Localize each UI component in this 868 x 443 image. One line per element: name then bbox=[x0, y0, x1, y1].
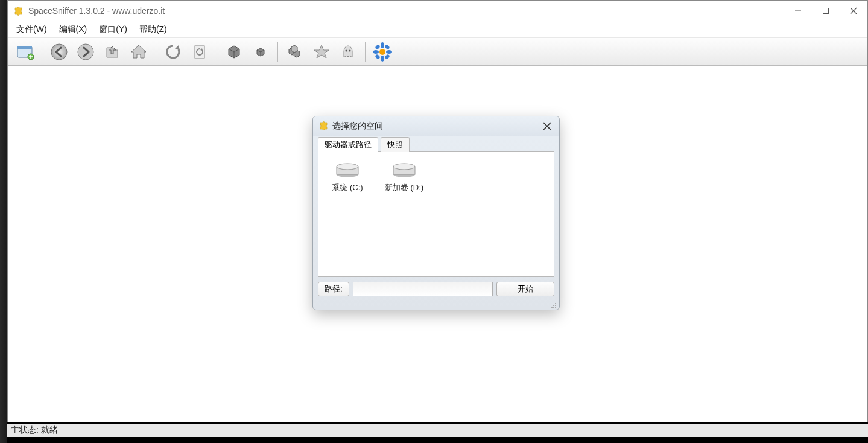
menu-window[interactable]: 窗口(Y) bbox=[93, 22, 133, 37]
svg-point-32 bbox=[553, 305, 554, 306]
favorites-button[interactable] bbox=[309, 40, 334, 64]
svg-point-14 bbox=[379, 49, 385, 55]
svg-point-31 bbox=[555, 303, 556, 304]
window-controls bbox=[784, 1, 867, 21]
status-bar: 主状态: 就绪 bbox=[7, 424, 868, 437]
svg-rect-1 bbox=[823, 8, 829, 13]
drive-icon bbox=[391, 161, 417, 179]
tab-drives[interactable]: 驱动器或路径 bbox=[318, 137, 378, 152]
tab-snapshot[interactable]: 快照 bbox=[381, 137, 410, 152]
dialog-puzzle-icon bbox=[319, 121, 329, 132]
go-up-button[interactable] bbox=[100, 40, 124, 64]
dialog-tabs: 驱动器或路径 快照 bbox=[313, 136, 559, 151]
svg-point-35 bbox=[553, 307, 554, 308]
svg-point-33 bbox=[555, 305, 556, 306]
select-space-dialog: 选择您的空间 驱动器或路径 快照 系统 (C:) 新加卷 (D:) 路径: 开始 bbox=[312, 116, 560, 310]
drive-label: 新加卷 (D:) bbox=[381, 182, 427, 193]
status-value: 就绪 bbox=[41, 425, 58, 436]
svg-point-12 bbox=[346, 49, 347, 51]
svg-point-36 bbox=[555, 307, 556, 308]
svg-point-27 bbox=[337, 164, 358, 170]
resize-grip[interactable] bbox=[313, 302, 559, 310]
dialog-titlebar[interactable]: 选择您的空间 bbox=[313, 116, 559, 136]
minimize-button[interactable] bbox=[784, 1, 812, 21]
toolbar-separator bbox=[277, 42, 278, 62]
close-button[interactable] bbox=[840, 1, 867, 21]
maximize-button[interactable] bbox=[812, 1, 840, 21]
dialog-footer: 路径: 开始 bbox=[313, 282, 559, 302]
drive-item-d[interactable]: 新加卷 (D:) bbox=[381, 158, 427, 196]
toolbar-separator bbox=[42, 42, 42, 62]
back-button[interactable] bbox=[47, 40, 71, 64]
svg-point-34 bbox=[551, 307, 553, 308]
svg-rect-5 bbox=[17, 46, 32, 49]
path-label-button[interactable]: 路径: bbox=[318, 282, 349, 296]
large-blocks-button[interactable] bbox=[222, 40, 246, 64]
drive-icon bbox=[334, 161, 361, 179]
new-view-button[interactable] bbox=[13, 40, 37, 64]
svg-point-13 bbox=[349, 49, 351, 51]
path-input[interactable] bbox=[353, 282, 493, 296]
drive-item-c[interactable]: 系统 (C:) bbox=[325, 158, 370, 196]
svg-point-10 bbox=[78, 44, 93, 60]
refresh-button[interactable] bbox=[161, 40, 185, 64]
drive-label: 系统 (C:) bbox=[325, 182, 370, 193]
toolbar-separator bbox=[365, 42, 366, 62]
svg-point-16 bbox=[381, 56, 384, 62]
menu-edit[interactable]: 编辑(X) bbox=[53, 22, 93, 37]
tag-filter-button[interactable] bbox=[283, 40, 307, 64]
toolbar bbox=[8, 38, 867, 66]
toolbar-separator bbox=[156, 42, 156, 62]
desktop-edge bbox=[0, 0, 7, 443]
svg-point-30 bbox=[393, 164, 415, 170]
about-button[interactable] bbox=[370, 40, 394, 64]
svg-point-20 bbox=[384, 44, 390, 50]
menubar: 文件(W) 编辑(X) 窗口(Y) 帮助(Z) bbox=[8, 21, 867, 38]
forward-button[interactable] bbox=[74, 40, 98, 64]
titlebar: SpaceSniffer 1.3.0.2 - www.uderzo.it bbox=[8, 1, 867, 21]
svg-point-19 bbox=[375, 44, 381, 50]
svg-point-18 bbox=[386, 50, 392, 54]
svg-point-21 bbox=[375, 54, 381, 60]
drive-list: 系统 (C:) 新加卷 (D:) bbox=[318, 151, 554, 277]
start-button[interactable]: 开始 bbox=[496, 282, 554, 296]
ghost-files-button[interactable] bbox=[336, 40, 360, 64]
svg-point-15 bbox=[381, 42, 384, 48]
svg-point-9 bbox=[51, 44, 67, 60]
home-button[interactable] bbox=[127, 40, 151, 64]
menu-file[interactable]: 文件(W) bbox=[10, 22, 53, 37]
window-title: SpaceSniffer 1.3.0.2 - www.uderzo.it bbox=[28, 6, 165, 16]
svg-point-17 bbox=[373, 50, 379, 54]
small-blocks-button[interactable] bbox=[249, 40, 273, 64]
dialog-title: 选择您的空间 bbox=[332, 121, 383, 132]
dialog-close-button[interactable] bbox=[539, 119, 556, 133]
toolbar-separator bbox=[217, 42, 217, 62]
status-label: 主状态: bbox=[11, 425, 39, 436]
svg-point-22 bbox=[384, 54, 390, 60]
menu-help[interactable]: 帮助(Z) bbox=[133, 22, 173, 37]
app-puzzle-icon bbox=[14, 6, 24, 16]
reload-page-button[interactable] bbox=[188, 40, 212, 64]
